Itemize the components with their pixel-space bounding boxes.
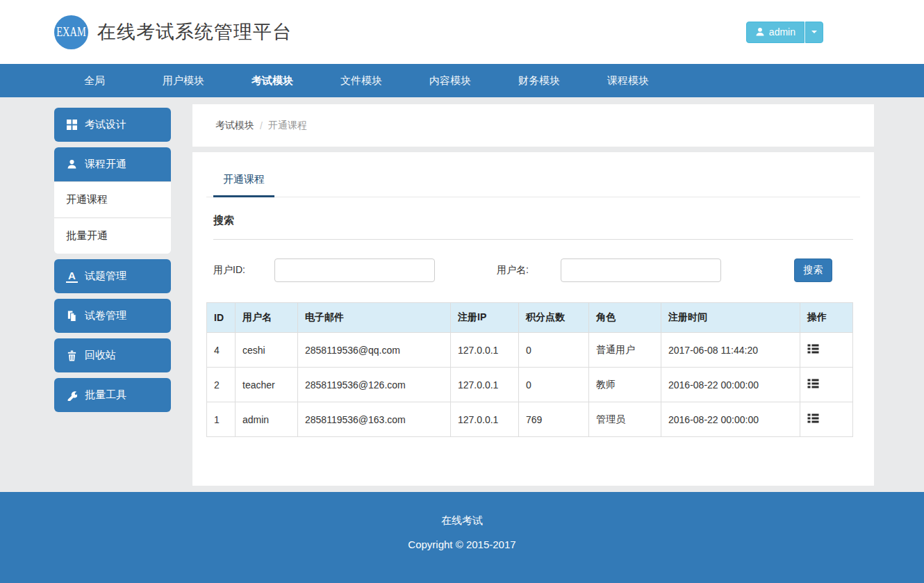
app-header: EXAM 在线考试系统管理平台 admin [0,0,924,64]
cell-email: 2858119536@126.com [298,368,451,402]
cell-regtime: 2016-08-22 00:00:00 [661,402,800,437]
cell-email: 2858119536@163.com [298,402,451,437]
cell-regtime: 2017-06-08 11:44:20 [661,333,800,368]
font-icon: A [66,270,78,283]
user-id-input[interactable] [274,258,435,282]
user-menu-group: admin [746,22,823,43]
cell-role: 教师 [589,368,661,402]
cell-role: 普通用户 [589,333,661,368]
nav-item-global[interactable]: 全局 [50,64,139,97]
breadcrumb-separator: / [260,120,263,131]
main-column: 考试模块 / 开通课程 开通课程 搜索 用户ID: 用户名: 搜索 [192,104,874,492]
list-menu-icon [807,343,819,354]
search-section-heading: 搜索 [213,214,853,240]
sidebar-item-label: 课程开通 [85,158,126,171]
sidebar-item-label: 回收站 [85,349,116,362]
sidebar-group-course-open: 课程开通 开通课程 批量开通 [54,147,171,254]
cell-id: 2 [207,368,236,402]
sidebar-item-paper-management[interactable]: 试卷管理 [54,299,171,333]
breadcrumb: 考试模块 / 开通课程 [192,104,874,147]
sidebar-item-course-open[interactable]: 课程开通 [54,147,171,181]
user-icon [66,159,78,170]
cell-id: 1 [207,402,236,437]
sidebar-item-recycle-bin[interactable]: 回收站 [54,338,171,372]
sidebar-item-exam-design[interactable]: 考试设计 [54,108,171,142]
nav-item-user-module[interactable]: 用户模块 [139,64,228,97]
row-actions-button[interactable] [807,378,819,389]
cell-operations [800,368,853,402]
page-title: 在线考试系统管理平台 [97,19,292,44]
sidebar-subitem-label: 开通课程 [66,193,108,206]
table-row: 1 admin 2858119536@163.com 127.0.0.1 769… [207,402,853,437]
cell-username: ceshi [236,333,298,368]
logo-text: EXAM [56,25,85,40]
main-panel: 开通课程 搜索 用户ID: 用户名: 搜索 ID 用户名 [192,152,874,486]
sidebar-subitem-label: 批量开通 [66,229,108,243]
sidebar-subitem-batch-open[interactable]: 批量开通 [54,217,171,254]
nav-item-content-module[interactable]: 内容模块 [406,64,495,97]
cell-operations [800,333,853,368]
nav-item-file-module[interactable]: 文件模块 [317,64,406,97]
username-label: 用户名: [497,264,529,277]
cell-ip: 127.0.0.1 [451,402,519,437]
cell-points: 0 [519,368,589,402]
user-icon [755,27,765,37]
col-header-regtime: 注册时间 [661,303,800,333]
col-header-role: 角色 [589,303,661,333]
user-id-label: 用户ID: [213,264,245,277]
col-header-ip: 注册IP [451,303,519,333]
col-header-email: 电子邮件 [298,303,451,333]
sidebar-item-batch-tools[interactable]: 批量工具 [54,378,171,412]
col-header-username: 用户名 [236,303,298,333]
cell-username: admin [236,402,298,437]
nav-item-finance-module[interactable]: 财务模块 [495,64,584,97]
user-menu-label: admin [769,26,795,38]
cell-email: 2858119536@qq.com [298,333,451,368]
row-actions-button[interactable] [807,413,819,424]
cell-ip: 127.0.0.1 [451,368,519,402]
tab-bar: 开通课程 [206,152,860,197]
user-menu-caret-button[interactable] [805,22,823,43]
cell-operations [800,402,853,437]
grid-icon [66,120,78,130]
col-header-operations: 操作 [800,303,853,333]
breadcrumb-item-exam-module[interactable]: 考试模块 [215,120,254,132]
cell-id: 4 [207,333,236,368]
user-menu-button[interactable]: admin [746,22,805,43]
app-footer: 在线考试 Copyright © 2015-2017 [0,492,924,583]
col-header-id: ID [207,303,236,333]
username-input[interactable] [561,258,721,282]
list-menu-icon [807,413,819,424]
footer-copyright: Copyright © 2015-2017 [0,539,924,550]
caret-down-icon [811,31,817,33]
cell-regtime: 2016-08-22 00:00:00 [661,368,800,402]
sidebar-item-label: 考试设计 [85,118,126,131]
row-actions-button[interactable] [807,343,819,354]
sidebar-item-label: 试卷管理 [85,309,126,322]
table-row: 4 ceshi 2858119536@qq.com 127.0.0.1 0 普通… [207,333,853,368]
app-logo: EXAM [54,15,88,49]
cell-points: 0 [519,333,589,368]
cell-ip: 127.0.0.1 [451,333,519,368]
col-header-points: 积分点数 [519,303,589,333]
nav-item-course-module[interactable]: 课程模块 [584,64,673,97]
table-row: 2 teacher 2858119536@126.com 127.0.0.1 0… [207,368,853,402]
cell-role: 管理员 [589,402,661,437]
sidebar-item-label: 批量工具 [85,388,126,402]
nav-item-exam-module[interactable]: 考试模块 [228,64,317,97]
cell-points: 769 [519,402,589,437]
list-menu-icon [807,378,819,389]
cell-username: teacher [236,368,298,402]
breadcrumb-item-open-course: 开通课程 [268,120,307,132]
tab-open-course[interactable]: 开通课程 [213,173,274,197]
sidebar-subitem-open-course[interactable]: 开通课程 [54,181,171,217]
content-area: 考试设计 课程开通 开通课程 批量开通 A 试题管理 试卷管理 [0,97,924,492]
users-table: ID 用户名 电子邮件 注册IP 积分点数 角色 注册时间 操作 4 ceshi [206,302,853,437]
search-form: 用户ID: 用户名: 搜索 [213,258,853,282]
wrench-icon [66,390,78,401]
file-copy-icon [66,311,78,322]
sidebar-item-question-management[interactable]: A 试题管理 [54,259,171,293]
table-header-row: ID 用户名 电子邮件 注册IP 积分点数 角色 注册时间 操作 [207,303,853,333]
search-button[interactable]: 搜索 [794,258,832,282]
sidebar: 考试设计 课程开通 开通课程 批量开通 A 试题管理 试卷管理 [54,104,171,492]
